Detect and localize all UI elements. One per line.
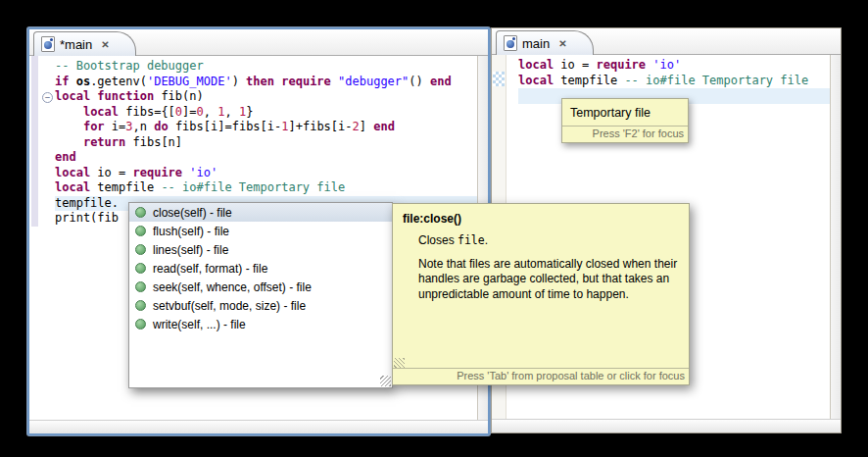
code-line: for i=3,n do fibs[i]=fibs[i-1]+fibs[i-2]… bbox=[55, 120, 477, 135]
completion-item-label: seek(self, whence, offset) - file bbox=[153, 280, 312, 294]
completion-item[interactable]: write(self, ...) - file bbox=[129, 315, 392, 333]
completion-item[interactable]: flush(self) - file bbox=[129, 222, 392, 240]
public-method-icon bbox=[135, 244, 146, 255]
doc-note: Note that files are automatically closed… bbox=[418, 257, 679, 303]
hover-tooltip: Temportary file Press 'F2' for focus bbox=[561, 98, 689, 143]
public-method-icon bbox=[135, 300, 146, 311]
doc-footer[interactable]: Press 'Tab' from proposal table or click… bbox=[393, 368, 689, 384]
public-method-icon bbox=[135, 319, 146, 330]
public-method-icon bbox=[135, 226, 146, 236]
completion-item-label: flush(self) - file bbox=[153, 225, 229, 238]
code-text: local io = require 'io'local tempfile --… bbox=[518, 55, 830, 104]
tab-label: *main bbox=[60, 37, 92, 52]
code-line: local function fib(n) bbox=[55, 89, 477, 105]
code-line: local fibs={[0]=0, 1, 1} bbox=[55, 105, 477, 121]
doc-popup: file:close() Closes file. Note that file… bbox=[392, 203, 690, 385]
tooltip-text: Temportary file bbox=[562, 99, 688, 126]
public-method-icon bbox=[135, 263, 146, 274]
lua-file-icon bbox=[504, 35, 517, 51]
horizontal-scrollbar[interactable] bbox=[29, 420, 488, 433]
tab-main-modified[interactable]: *main ✕ bbox=[33, 31, 136, 56]
code-line: local io = require 'io' bbox=[518, 58, 830, 74]
completion-item-label: write(self, ...) - file bbox=[153, 318, 246, 331]
completion-item[interactable]: seek(self, whence, offset) - file bbox=[129, 278, 392, 296]
doc-title: file:close() bbox=[393, 204, 689, 226]
public-method-icon bbox=[135, 281, 146, 292]
close-icon[interactable]: ✕ bbox=[558, 38, 566, 49]
public-method-icon bbox=[135, 207, 146, 218]
completion-item[interactable]: close(self) - file bbox=[129, 203, 392, 222]
tab-main[interactable]: main ✕ bbox=[496, 30, 594, 55]
tab-label: main bbox=[522, 36, 550, 51]
completion-item[interactable]: setvbuf(self, mode, size) - file bbox=[129, 296, 392, 315]
code-line: if os.getenv('DEBUG_MODE') then require … bbox=[55, 75, 477, 90]
folding-ruler[interactable]: − bbox=[41, 56, 55, 420]
code-text: -- Bootstrap debuggerif os.getenv('DEBUG… bbox=[55, 56, 477, 227]
right-tab-bar: main ✕ bbox=[492, 28, 841, 55]
collapse-icon[interactable]: − bbox=[42, 92, 53, 103]
resize-grip-icon[interactable] bbox=[380, 376, 391, 386]
annotation-ruler[interactable] bbox=[29, 56, 41, 420]
horizontal-scrollbar[interactable] bbox=[492, 419, 841, 432]
code-line: local io = require 'io' bbox=[55, 166, 477, 181]
completion-item[interactable]: read(self, format) - file bbox=[129, 259, 392, 278]
completion-item-label: setvbuf(self, mode, size) - file bbox=[153, 299, 306, 313]
code-line: end bbox=[55, 150, 477, 166]
code-line: local tempfile -- io#file Temportary fil… bbox=[55, 180, 477, 196]
doc-summary: Closes file. bbox=[418, 233, 679, 249]
overview-ruler[interactable] bbox=[830, 55, 841, 419]
quickdiff-changed-band bbox=[31, 56, 38, 227]
completion-item-label: lines(self) - file bbox=[153, 243, 228, 257]
completion-item-label: read(self, format) - file bbox=[153, 262, 267, 276]
workbench-background: *main ✕ − -- Bootstrap debuggerif os.get… bbox=[0, 0, 868, 457]
inline-code: file bbox=[458, 233, 485, 247]
left-tab-bar: *main ✕ bbox=[29, 29, 488, 56]
completion-item[interactable]: lines(self) - file bbox=[129, 240, 392, 259]
lua-file-icon bbox=[41, 36, 55, 52]
tooltip-footer: Press 'F2' for focus bbox=[562, 126, 688, 142]
code-line: -- Bootstrap debugger bbox=[55, 59, 477, 75]
code-line: return fibs[n] bbox=[55, 135, 477, 151]
completion-list: close(self) - fileflush(self) - fileline… bbox=[129, 203, 392, 333]
close-icon[interactable]: ✕ bbox=[101, 39, 109, 50]
completion-popup: close(self) - fileflush(self) - fileline… bbox=[128, 202, 393, 388]
code-line: local tempfile -- io#file Temportary fil… bbox=[518, 74, 830, 89]
occurrence-annotation-icon bbox=[493, 72, 505, 86]
completion-item-label: close(self) - file bbox=[153, 206, 232, 220]
